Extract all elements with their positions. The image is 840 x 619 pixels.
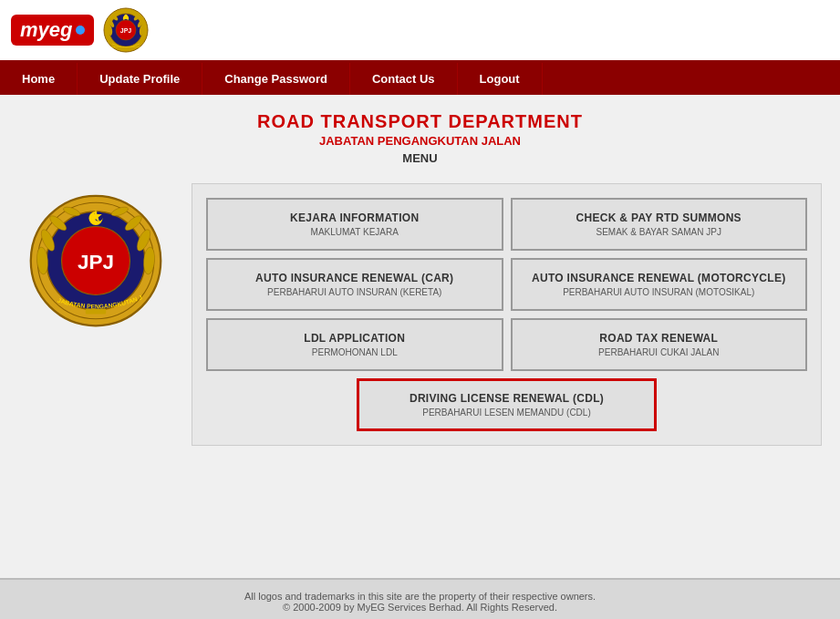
footer: All logos and trademarks in this site ar… bbox=[0, 578, 840, 619]
seal-area: JPJ bbox=[18, 183, 173, 338]
btn-road-tax-title: ROAD TAX RENEWAL bbox=[599, 332, 718, 345]
btn-insurance-moto-title: AUTO INSURANCE RENEWAL (MOTORCYCLE) bbox=[532, 272, 786, 284]
page-title-sub: JABATAN PENGANGKUTAN JALAN bbox=[0, 134, 840, 148]
navbar: Home Update Profile Change Password Cont… bbox=[0, 63, 840, 95]
header: myeg JPJ JABATAN PENGANGKUTAN bbox=[0, 0, 840, 63]
btn-road-tax[interactable]: ROAD TAX RENEWAL PERBAHARUI CUKAI JALAN bbox=[511, 318, 808, 371]
btn-insurance-car[interactable]: AUTO INSURANCE RENEWAL (CAR) PERBAHARUI … bbox=[206, 258, 503, 311]
btn-kejara[interactable]: KEJARA INFORMATION MAKLUMAT KEJARA bbox=[206, 198, 503, 251]
btn-summons-subtitle: SEMAK & BAYAR SAMAN JPJ bbox=[596, 227, 721, 237]
myeg-logo-text: myeg bbox=[20, 18, 72, 42]
btn-kejara-title: KEJARA INFORMATION bbox=[290, 211, 419, 224]
btn-ldl-title: LDL APPLICATION bbox=[304, 332, 405, 345]
page-title-main: ROAD TRANSPORT DEPARTMENT bbox=[0, 111, 840, 132]
btn-insurance-car-subtitle: PERBAHARUI AUTO INSURAN (KERETA) bbox=[267, 287, 441, 297]
svg-text:JPJ: JPJ bbox=[120, 27, 132, 34]
svg-text:JABATAN PENGANGKUTAN: JABATAN PENGANGKUTAN bbox=[111, 46, 141, 48]
btn-driving-license-subtitle: PERBAHARUI LESEN MEMANDU (CDL) bbox=[422, 408, 590, 418]
spacer bbox=[0, 464, 840, 555]
btn-kejara-subtitle: MAKLUMAT KEJARA bbox=[311, 227, 399, 237]
btn-road-tax-subtitle: PERBAHARUI CUKAI JALAN bbox=[598, 347, 719, 357]
main-content: ROAD TRANSPORT DEPARTMENT JABATAN PENGAN… bbox=[0, 95, 840, 578]
btn-summons-title: CHECK & PAY RTD SUMMONS bbox=[576, 211, 741, 224]
menu-grid: KEJARA INFORMATION MAKLUMAT KEJARA CHECK… bbox=[206, 198, 807, 371]
content-area: JPJ bbox=[0, 174, 840, 464]
btn-driving-license[interactable]: DRIVING LICENSE RENEWAL (CDL) PERBAHARUI… bbox=[357, 378, 658, 431]
footer-line2: © 2000-2009 by MyEG Services Berhad. All… bbox=[11, 602, 829, 613]
nav-change-password[interactable]: Change Password bbox=[202, 63, 350, 95]
nav-logout[interactable]: Logout bbox=[458, 63, 543, 95]
menu-bottom-row: DRIVING LICENSE RENEWAL (CDL) PERBAHARUI… bbox=[206, 378, 807, 431]
page-title-area: ROAD TRANSPORT DEPARTMENT JABATAN PENGAN… bbox=[0, 95, 840, 174]
myeg-logo: myeg bbox=[11, 15, 94, 46]
svg-rect-29 bbox=[86, 309, 107, 315]
btn-insurance-moto[interactable]: AUTO INSURANCE RENEWAL (MOTORCYCLE) PERB… bbox=[511, 258, 808, 311]
jpj-logo: JPJ JABATAN PENGANGKUTAN bbox=[103, 7, 149, 53]
btn-driving-license-title: DRIVING LICENSE RENEWAL (CDL) bbox=[410, 392, 604, 405]
btn-ldl[interactable]: LDL APPLICATION PERMOHONAN LDL bbox=[206, 318, 503, 371]
nav-update-profile[interactable]: Update Profile bbox=[78, 63, 202, 95]
btn-ldl-subtitle: PERMOHONAN LDL bbox=[312, 347, 398, 357]
svg-text:JPJ: JPJ bbox=[78, 251, 114, 273]
footer-line1: All logos and trademarks in this site ar… bbox=[11, 591, 829, 602]
myeg-logo-dot bbox=[76, 26, 85, 35]
btn-insurance-car-title: AUTO INSURANCE RENEWAL (CAR) bbox=[255, 272, 453, 284]
page-title-menu: MENU bbox=[0, 151, 840, 165]
jpj-seal: JPJ bbox=[27, 192, 164, 329]
nav-contact-us[interactable]: Contact Us bbox=[350, 63, 458, 95]
btn-insurance-moto-subtitle: PERBAHARUI AUTO INSURAN (MOTOSIKAL) bbox=[563, 287, 754, 297]
nav-home[interactable]: Home bbox=[0, 63, 78, 95]
menu-grid-wrapper: KEJARA INFORMATION MAKLUMAT KEJARA CHECK… bbox=[192, 183, 822, 446]
btn-summons[interactable]: CHECK & PAY RTD SUMMONS SEMAK & BAYAR SA… bbox=[511, 198, 808, 251]
